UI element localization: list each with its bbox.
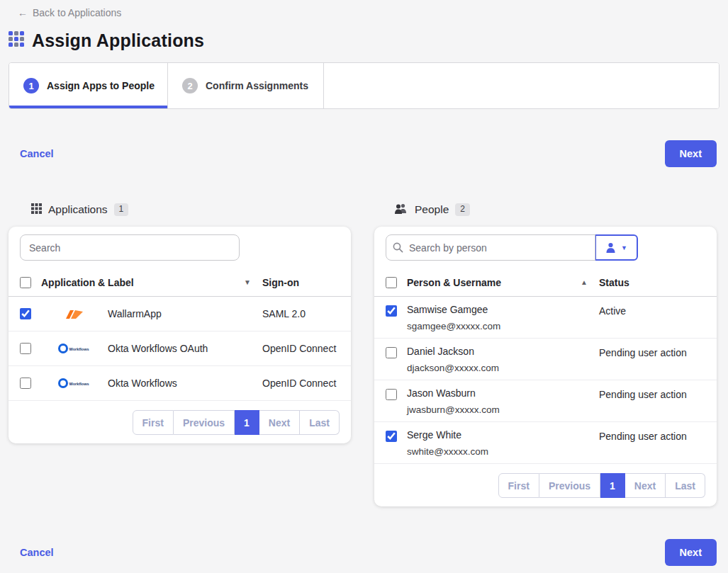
person-row[interactable]: Daniel Jackson djackson@xxxxx.com Pendin…: [374, 339, 717, 380]
person-username: sgamgee@xxxxx.com: [407, 321, 599, 331]
person-row-checkbox[interactable]: [386, 305, 397, 317]
people-panel: ▼ Person & Username ▲ Status Samwise Gam…: [374, 227, 717, 506]
applications-count-badge: 1: [114, 203, 129, 215]
applications-header: Applications 1: [31, 203, 351, 217]
people-header: People 2: [394, 203, 717, 217]
person-row[interactable]: Serge White swhite@xxxxx.com Pending use…: [374, 422, 717, 464]
application-row-checkbox[interactable]: [20, 343, 31, 354]
back-link-label: Back to Applications: [33, 7, 121, 18]
people-search-row: ▼: [374, 227, 717, 268]
person-column-header: Person & Username: [407, 277, 501, 288]
application-name: WallarmApp: [108, 308, 262, 319]
okta-workflows-logo-icon: Workflows: [41, 378, 108, 389]
person-filter-icon: [605, 242, 616, 253]
step-1-label: Assign Apps to People: [47, 80, 155, 91]
person-status: Active: [599, 304, 717, 317]
status-column-header: Status: [599, 277, 717, 288]
applications-pagination: First Previous 1 Next Last: [9, 401, 351, 443]
page-title: Assign Applications: [32, 30, 204, 51]
next-button-bottom[interactable]: Next: [665, 539, 717, 566]
wallarm-logo-icon: [41, 309, 108, 319]
people-page-previous-button[interactable]: Previous: [539, 473, 600, 498]
svg-text:Workflows: Workflows: [69, 347, 89, 351]
person-username: djackson@xxxxx.com: [407, 363, 599, 373]
applications-page-next-button[interactable]: Next: [259, 410, 300, 435]
application-signon: OpenID Connect: [262, 378, 351, 389]
application-signon: SAML 2.0: [262, 308, 351, 319]
person-row[interactable]: Jason Wasburn jwasburn@xxxxx.com Pending…: [374, 380, 717, 422]
people-column: People 2: [374, 203, 717, 506]
signon-column-header: Sign-on: [262, 277, 351, 288]
person-name: Serge White: [407, 429, 599, 441]
person-name: Daniel Jackson: [407, 346, 599, 357]
person-row[interactable]: Samwise Gamgee sgamgee@xxxxx.com Active: [374, 297, 717, 339]
application-name: Okta Workflows OAuth: [108, 343, 262, 354]
people-title: People: [415, 203, 449, 216]
bottom-action-bar: Cancel Next: [20, 539, 717, 566]
back-to-applications-link[interactable]: ← Back to Applications: [18, 7, 121, 18]
person-status: Pending user action: [599, 387, 717, 400]
svg-text:Workflows: Workflows: [69, 382, 89, 386]
applications-select-all-checkbox[interactable]: [20, 277, 31, 288]
applications-search-row: [9, 227, 351, 268]
applications-page-1-button[interactable]: 1: [235, 410, 259, 435]
people-table-header: Person & Username ▲ Status: [374, 268, 717, 297]
next-button-top[interactable]: Next: [665, 140, 717, 167]
top-action-bar: Cancel Next: [20, 140, 717, 167]
search-icon: [393, 242, 403, 256]
people-count-badge: 2: [455, 203, 470, 215]
application-row-checkbox[interactable]: [20, 378, 31, 389]
cancel-link-top[interactable]: Cancel: [20, 148, 54, 159]
person-row-checkbox[interactable]: [386, 431, 397, 442]
tab-assign-apps-to-people[interactable]: 1 Assign Apps to People: [9, 63, 168, 108]
apps-grid-icon: [9, 31, 25, 50]
tab-confirm-assignments[interactable]: 2 Confirm Assignments: [168, 63, 324, 108]
application-name: Okta Workflows: [108, 378, 262, 389]
okta-workflows-logo-icon: Workflows: [41, 343, 108, 354]
cancel-link-bottom[interactable]: Cancel: [20, 547, 54, 558]
person-username: swhite@xxxxx.com: [407, 446, 599, 457]
people-page-last-button[interactable]: Last: [666, 473, 705, 498]
person-status: Pending user action: [599, 429, 717, 442]
step-2-number: 2: [182, 78, 198, 93]
app-sort-caret-icon[interactable]: ▼: [244, 278, 251, 286]
people-pagination: First Previous 1 Next Last: [374, 464, 717, 506]
person-status: Pending user action: [599, 346, 717, 358]
applications-grid-icon: [31, 203, 42, 217]
person-row-checkbox[interactable]: [386, 347, 397, 358]
application-signon: OpenID Connect: [262, 343, 351, 354]
back-arrow-icon: ←: [18, 7, 28, 18]
applications-title: Applications: [48, 203, 108, 216]
tabbar-filler: [324, 63, 719, 108]
application-row[interactable]: WallarmApp SAML 2.0: [9, 297, 351, 331]
assignment-panels: Applications 1 Application & Label ▼ Sig…: [9, 203, 719, 506]
person-name: Jason Wasburn: [407, 387, 599, 399]
applications-column: Applications 1 Application & Label ▼ Sig…: [9, 203, 351, 443]
application-row-checkbox[interactable]: [20, 308, 31, 319]
person-row-checkbox[interactable]: [386, 389, 397, 400]
app-label-column-header: Application & Label: [41, 277, 134, 288]
applications-page-first-button[interactable]: First: [133, 410, 174, 435]
people-filter-dropdown[interactable]: ▼: [595, 234, 638, 261]
step-2-label: Confirm Assignments: [206, 80, 308, 91]
page-header: Assign Applications: [9, 30, 728, 51]
application-row[interactable]: Workflows Okta Workflows OAuth OpenID Co…: [9, 331, 351, 366]
step-1-number: 1: [23, 78, 39, 93]
people-search-input[interactable]: [386, 234, 595, 261]
people-page-first-button[interactable]: First: [498, 473, 539, 498]
people-icon: [394, 203, 408, 217]
applications-search-input[interactable]: [20, 234, 240, 261]
application-row[interactable]: Workflows Okta Workflows OpenID Connect: [9, 366, 351, 401]
people-page-next-button[interactable]: Next: [625, 473, 666, 498]
filter-caret-icon: ▼: [621, 244, 627, 251]
person-username: jwasburn@xxxxx.com: [407, 404, 599, 415]
applications-table-header: Application & Label ▼ Sign-on: [9, 268, 351, 297]
applications-page-previous-button[interactable]: Previous: [174, 410, 235, 435]
applications-panel: Application & Label ▼ Sign-on WallarmApp…: [9, 227, 351, 443]
people-page-1-button[interactable]: 1: [600, 473, 625, 498]
people-select-all-checkbox[interactable]: [386, 277, 397, 288]
person-name: Samwise Gamgee: [407, 304, 599, 315]
person-sort-caret-icon[interactable]: ▲: [581, 278, 588, 286]
wizard-steps: 1 Assign Apps to People 2 Confirm Assign…: [9, 62, 719, 109]
applications-page-last-button[interactable]: Last: [300, 410, 340, 435]
